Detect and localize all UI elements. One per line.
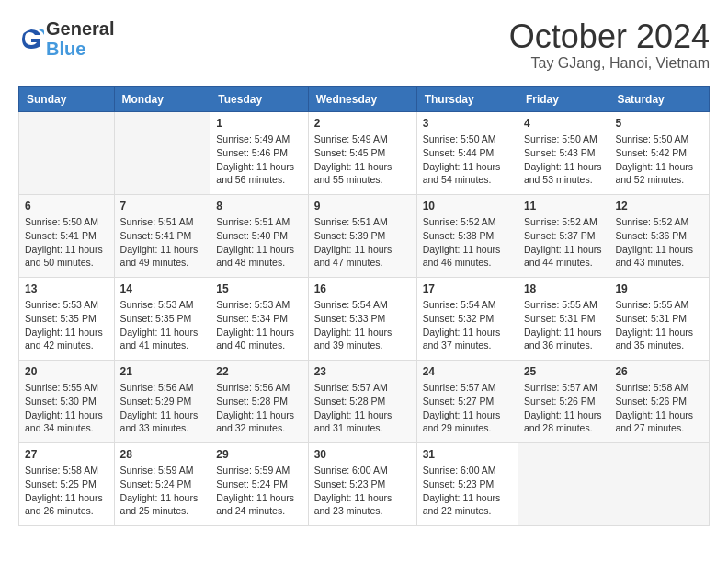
calendar-cell: 17Sunrise: 5:54 AMSunset: 5:32 PMDayligh… bbox=[416, 277, 518, 360]
calendar-cell: 10Sunrise: 5:52 AMSunset: 5:38 PMDayligh… bbox=[416, 194, 518, 277]
day-content: Sunrise: 5:52 AM bbox=[524, 215, 604, 229]
calendar-cell: 27Sunrise: 5:58 AMSunset: 5:25 PMDayligh… bbox=[19, 442, 115, 525]
calendar-cell: 3Sunrise: 5:50 AMSunset: 5:44 PMDaylight… bbox=[416, 111, 518, 194]
day-content: Sunrise: 5:57 AM bbox=[423, 381, 512, 395]
header-tuesday: Tuesday bbox=[210, 86, 308, 111]
day-content: Daylight: 11 hours and 42 minutes. bbox=[25, 326, 108, 352]
header-friday: Friday bbox=[518, 86, 609, 111]
day-content: Sunset: 5:31 PM bbox=[615, 312, 703, 326]
day-content: Sunset: 5:45 PM bbox=[314, 146, 411, 160]
day-content: Sunset: 5:46 PM bbox=[216, 146, 301, 160]
calendar-cell: 11Sunrise: 5:52 AMSunset: 5:37 PMDayligh… bbox=[518, 194, 609, 277]
day-content: Sunrise: 5:53 AM bbox=[216, 298, 301, 312]
calendar-week-row: 13Sunrise: 5:53 AMSunset: 5:35 PMDayligh… bbox=[19, 277, 710, 360]
day-content: Sunset: 5:24 PM bbox=[120, 477, 205, 491]
day-number: 30 bbox=[314, 447, 411, 463]
calendar-cell: 19Sunrise: 5:55 AMSunset: 5:31 PMDayligh… bbox=[609, 277, 710, 360]
day-number: 6 bbox=[25, 199, 108, 214]
calendar-cell: 30Sunrise: 6:00 AMSunset: 5:23 PMDayligh… bbox=[308, 442, 416, 525]
day-number: 3 bbox=[423, 116, 512, 132]
day-number: 2 bbox=[314, 116, 411, 132]
day-number: 27 bbox=[25, 447, 108, 463]
day-number: 9 bbox=[314, 199, 411, 214]
day-content: Daylight: 11 hours and 43 minutes. bbox=[615, 243, 703, 270]
day-content: Daylight: 11 hours and 34 minutes. bbox=[25, 408, 108, 435]
day-content: Sunrise: 5:56 AM bbox=[120, 381, 205, 395]
day-content: Daylight: 11 hours and 44 minutes. bbox=[524, 243, 604, 270]
calendar-cell: 26Sunrise: 5:58 AMSunset: 5:26 PMDayligh… bbox=[609, 360, 710, 442]
calendar-cell: 12Sunrise: 5:52 AMSunset: 5:36 PMDayligh… bbox=[609, 194, 710, 277]
calendar-cell: 1Sunrise: 5:49 AMSunset: 5:46 PMDaylight… bbox=[210, 111, 308, 194]
day-content: Daylight: 11 hours and 36 minutes. bbox=[524, 326, 604, 352]
day-number: 14 bbox=[120, 282, 205, 297]
title-block: October 2024 Tay GJang, Hanoi, Vietnam bbox=[509, 18, 710, 72]
day-content: Sunset: 5:44 PM bbox=[423, 146, 512, 160]
calendar-cell: 15Sunrise: 5:53 AMSunset: 5:34 PMDayligh… bbox=[210, 277, 308, 360]
day-number: 5 bbox=[615, 116, 703, 132]
day-content: Sunset: 5:36 PM bbox=[615, 229, 703, 243]
day-content: Sunrise: 5:58 AM bbox=[25, 464, 108, 477]
calendar-week-row: 27Sunrise: 5:58 AMSunset: 5:25 PMDayligh… bbox=[19, 442, 710, 525]
header-saturday: Saturday bbox=[609, 86, 710, 111]
calendar-cell: 9Sunrise: 5:51 AMSunset: 5:39 PMDaylight… bbox=[308, 194, 416, 277]
calendar-cell: 14Sunrise: 5:53 AMSunset: 5:35 PMDayligh… bbox=[114, 277, 210, 360]
day-number: 17 bbox=[423, 282, 512, 297]
calendar-cell bbox=[114, 111, 210, 194]
day-content: Sunrise: 5:57 AM bbox=[314, 381, 411, 395]
day-content: Daylight: 11 hours and 53 minutes. bbox=[524, 160, 604, 187]
day-content: Sunset: 5:41 PM bbox=[25, 229, 108, 243]
calendar-cell: 4Sunrise: 5:50 AMSunset: 5:43 PMDaylight… bbox=[518, 111, 609, 194]
day-content: Sunset: 5:28 PM bbox=[216, 395, 301, 408]
day-content: Daylight: 11 hours and 47 minutes. bbox=[314, 243, 411, 270]
day-content: Sunset: 5:25 PM bbox=[25, 477, 108, 491]
day-content: Sunset: 5:26 PM bbox=[615, 395, 703, 408]
day-number: 4 bbox=[524, 116, 604, 132]
day-content: Daylight: 11 hours and 48 minutes. bbox=[216, 243, 301, 270]
day-content: Sunrise: 5:51 AM bbox=[120, 215, 205, 229]
day-content: Sunrise: 5:50 AM bbox=[25, 215, 108, 229]
calendar-cell bbox=[609, 442, 710, 525]
day-content: Daylight: 11 hours and 46 minutes. bbox=[423, 243, 512, 270]
day-content: Sunrise: 5:51 AM bbox=[314, 215, 411, 229]
day-content: Sunset: 5:37 PM bbox=[524, 229, 604, 243]
day-number: 26 bbox=[615, 364, 703, 380]
day-number: 13 bbox=[25, 282, 108, 297]
calendar-cell: 8Sunrise: 5:51 AMSunset: 5:40 PMDaylight… bbox=[210, 194, 308, 277]
day-content: Sunrise: 6:00 AM bbox=[423, 464, 512, 477]
day-content: Sunrise: 5:53 AM bbox=[120, 298, 205, 312]
day-content: Sunrise: 5:57 AM bbox=[524, 381, 604, 395]
day-content: Daylight: 11 hours and 31 minutes. bbox=[314, 408, 411, 435]
day-number: 12 bbox=[615, 199, 703, 214]
day-number: 11 bbox=[524, 199, 604, 214]
calendar-cell: 28Sunrise: 5:59 AMSunset: 5:24 PMDayligh… bbox=[114, 442, 210, 525]
page-title: October 2024 bbox=[509, 18, 710, 55]
day-content: Sunset: 5:32 PM bbox=[423, 312, 512, 326]
day-content: Sunset: 5:38 PM bbox=[423, 229, 512, 243]
day-number: 23 bbox=[314, 364, 411, 380]
day-number: 19 bbox=[615, 282, 703, 297]
day-content: Sunset: 5:39 PM bbox=[314, 229, 411, 243]
calendar-cell: 22Sunrise: 5:56 AMSunset: 5:28 PMDayligh… bbox=[210, 360, 308, 442]
day-content: Sunset: 5:33 PM bbox=[314, 312, 411, 326]
header-wednesday: Wednesday bbox=[308, 86, 416, 111]
header-thursday: Thursday bbox=[416, 86, 518, 111]
day-content: Sunrise: 6:00 AM bbox=[314, 464, 411, 477]
page-subtitle: Tay GJang, Hanoi, Vietnam bbox=[509, 55, 710, 72]
day-content: Daylight: 11 hours and 52 minutes. bbox=[615, 160, 703, 187]
day-content: Daylight: 11 hours and 32 minutes. bbox=[216, 408, 301, 435]
day-content: Daylight: 11 hours and 50 minutes. bbox=[25, 243, 108, 270]
logo-icon bbox=[18, 26, 44, 52]
calendar-cell: 16Sunrise: 5:54 AMSunset: 5:33 PMDayligh… bbox=[308, 277, 416, 360]
day-content: Daylight: 11 hours and 33 minutes. bbox=[120, 408, 205, 435]
day-number: 21 bbox=[120, 364, 205, 380]
day-number: 31 bbox=[423, 447, 512, 463]
day-content: Sunrise: 5:49 AM bbox=[216, 132, 301, 146]
calendar-cell: 5Sunrise: 5:50 AMSunset: 5:42 PMDaylight… bbox=[609, 111, 710, 194]
day-content: Sunrise: 5:50 AM bbox=[524, 132, 604, 146]
day-content: Sunrise: 5:49 AM bbox=[314, 132, 411, 146]
calendar-cell: 2Sunrise: 5:49 AMSunset: 5:45 PMDaylight… bbox=[308, 111, 416, 194]
calendar-table: SundayMondayTuesdayWednesdayThursdayFrid… bbox=[18, 86, 710, 526]
day-content: Sunrise: 5:56 AM bbox=[216, 381, 301, 395]
page-header: General Blue October 2024 Tay GJang, Han… bbox=[18, 18, 710, 72]
day-content: Sunset: 5:34 PM bbox=[216, 312, 301, 326]
